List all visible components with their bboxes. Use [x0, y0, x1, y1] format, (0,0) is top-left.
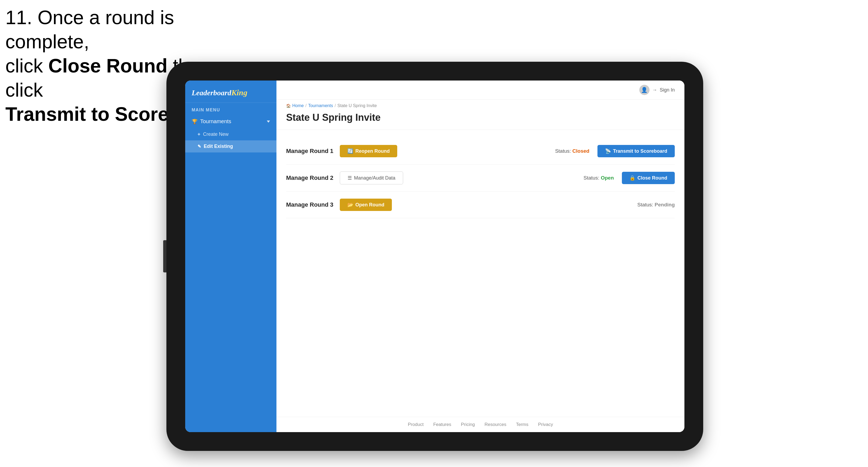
breadcrumb-home[interactable]: Home: [292, 103, 304, 108]
transmit-icon: 📡: [605, 148, 611, 154]
sidebar: LeaderboardKing MAIN MENU 🏆 Tournaments …: [185, 81, 276, 432]
main-content: 👤 → Sign In 🏠 Home / Tournaments / State…: [276, 81, 684, 432]
footer-link-product[interactable]: Product: [408, 422, 424, 427]
round-3-status: Status: Pending: [638, 202, 675, 208]
round-2-status: Status: Open: [584, 175, 614, 181]
plus-icon: +: [197, 131, 200, 137]
logo-area: LeaderboardKing: [185, 81, 276, 103]
round-row-3: Manage Round 3 📂 Open Round Status: Pend…: [286, 192, 675, 218]
content-area: Manage Round 1 🔄 Reopen Round Status: Cl…: [276, 130, 684, 417]
page-title: State U Spring Invite: [286, 112, 675, 123]
open-round-button[interactable]: 📂 Open Round: [340, 198, 392, 211]
transmit-to-scoreboard-button[interactable]: 📡 Transmit to Scoreboard: [597, 145, 675, 157]
edit-icon: ✎: [197, 144, 201, 149]
app-logo: LeaderboardKing: [192, 88, 270, 97]
breadcrumb-current: State U Spring Invite: [337, 103, 377, 108]
manage-audit-data-button[interactable]: ☰ Manage/Audit Data: [340, 172, 403, 184]
round-1-status: Status: Closed: [555, 148, 589, 154]
breadcrumb-tournaments[interactable]: Tournaments: [308, 103, 333, 108]
main-menu-label: MAIN MENU: [185, 103, 276, 115]
tablet-screen: LeaderboardKing MAIN MENU 🏆 Tournaments …: [185, 81, 684, 432]
reopen-icon: 🔄: [347, 148, 353, 154]
open-round-icon: 📂: [347, 202, 353, 208]
round-1-title: Manage Round 1: [286, 148, 334, 155]
tablet-side-handle: [163, 240, 166, 272]
app-footer: Product Features Pricing Resources Terms…: [276, 417, 684, 432]
sidebar-item-tournaments[interactable]: 🏆 Tournaments: [185, 115, 276, 128]
footer-link-terms[interactable]: Terms: [516, 422, 528, 427]
footer-link-features[interactable]: Features: [433, 422, 451, 427]
sidebar-sub-item-edit-existing[interactable]: ✎ Edit Existing: [185, 141, 276, 152]
sign-in-button[interactable]: 👤 → Sign In: [639, 85, 675, 95]
audit-icon: ☰: [348, 175, 352, 181]
round-3-title: Manage Round 3: [286, 201, 334, 208]
tablet-device: LeaderboardKing MAIN MENU 🏆 Tournaments …: [166, 62, 703, 451]
footer-link-resources[interactable]: Resources: [485, 422, 506, 427]
breadcrumb: 🏠 Home / Tournaments / State U Spring In…: [276, 100, 684, 110]
user-avatar-icon: 👤: [639, 85, 650, 95]
app-layout: LeaderboardKing MAIN MENU 🏆 Tournaments …: [185, 81, 684, 432]
chevron-down-icon: [267, 121, 270, 123]
footer-link-privacy[interactable]: Privacy: [538, 422, 553, 427]
footer-link-pricing[interactable]: Pricing: [461, 422, 475, 427]
round-row-2: Manage Round 2 ☰ Manage/Audit Data Statu…: [286, 164, 675, 192]
top-bar: 👤 → Sign In: [276, 81, 684, 100]
sign-in-arrow-icon: →: [652, 87, 657, 93]
trophy-icon: 🏆: [192, 119, 197, 125]
page-header: State U Spring Invite: [276, 110, 684, 130]
round-2-title: Manage Round 2: [286, 175, 334, 181]
reopen-round-button[interactable]: 🔄 Reopen Round: [340, 145, 397, 157]
round-row-1: Manage Round 1 🔄 Reopen Round Status: Cl…: [286, 138, 675, 164]
sidebar-sub-item-create-new[interactable]: + Create New: [185, 128, 276, 141]
close-round-icon: 🔒: [629, 175, 635, 181]
home-icon: 🏠: [286, 103, 291, 108]
close-round-button[interactable]: 🔒 Close Round: [622, 172, 675, 184]
